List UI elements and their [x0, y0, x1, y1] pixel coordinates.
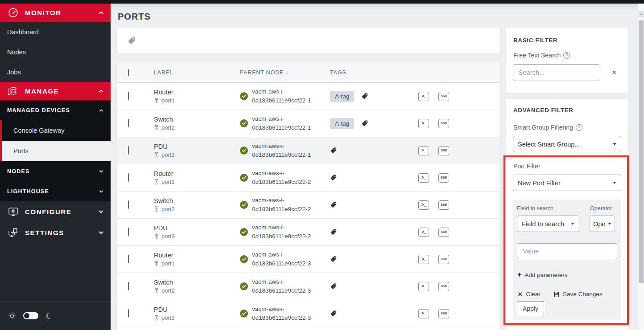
sidebar-item-console-gateway[interactable]: Console Gateway: [0, 120, 111, 141]
row-checkbox[interactable]: [128, 200, 129, 209]
tag-icon[interactable]: [330, 201, 337, 208]
parent-node-name[interactable]: vacm-aws-i-0d183b6111e9ccf22-3: [252, 277, 311, 295]
table-row[interactable]: PDU port3 vacm-aws-i-0d183b6111e9ccf22-3: [117, 300, 500, 327]
ssh-button[interactable]: SSH: [438, 119, 449, 128]
row-checkbox[interactable]: [128, 228, 129, 236]
ssh-button[interactable]: SSH: [438, 228, 449, 237]
parent-node-name[interactable]: vacm-aws-i-0d183b6111e9ccf22-1: [252, 142, 311, 159]
row-checkbox[interactable]: [128, 173, 129, 182]
sort-descending-icon: ↓: [285, 69, 289, 76]
port-name: port3: [161, 151, 175, 158]
table-row[interactable]: PDU port3 vacm-aws-i-0d183b6111e9ccf22-2: [117, 219, 500, 246]
web-terminal-button[interactable]: >_: [418, 173, 429, 183]
web-terminal-button[interactable]: >_: [418, 282, 429, 291]
scrollbar-thumb[interactable]: [639, 20, 644, 283]
select-all-checkbox[interactable]: [128, 69, 129, 76]
parent-node-name[interactable]: vacm-aws-i-0d183b6111e9ccf22-3: [252, 305, 311, 322]
sidebar-item-nodes[interactable]: Nodes: [0, 42, 111, 62]
ssh-button[interactable]: SSH: [438, 309, 449, 318]
sidebar-group-managed-devices[interactable]: MANAGED DEVICES: [0, 100, 111, 120]
tag-icon[interactable]: [330, 147, 337, 154]
sidebar-section-configure[interactable]: CONFIGURE: [0, 201, 111, 222]
tag-icon[interactable]: [330, 283, 337, 290]
row-checkbox[interactable]: [128, 92, 129, 100]
web-terminal-button[interactable]: >_: [418, 255, 429, 264]
table-row[interactable]: Router port1 vacm-aws-i-0d183b6111e9ccf2…: [117, 246, 500, 273]
column-header-tags[interactable]: TAGS: [330, 69, 418, 76]
theme-toggle[interactable]: [23, 312, 38, 319]
row-checkbox[interactable]: [128, 119, 129, 127]
tag-icon[interactable]: [330, 256, 337, 263]
search-input[interactable]: [513, 64, 600, 81]
web-terminal-button[interactable]: >_: [418, 146, 429, 155]
ssh-button[interactable]: SSH: [438, 200, 449, 210]
tag-chip[interactable]: A-tag: [330, 91, 354, 102]
help-icon[interactable]: ?: [563, 52, 570, 59]
table-row[interactable]: Switch port2 vacm-aws-i-0d183b6111e9ccf2…: [117, 191, 500, 219]
column-header-parent-node[interactable]: PARENT NODE ↓: [240, 69, 330, 76]
ssh-button[interactable]: SSH: [438, 255, 449, 264]
value-input[interactable]: [517, 243, 617, 259]
save-changes-button[interactable]: Save Changes: [553, 291, 603, 297]
sidebar-section-settings[interactable]: SETTINGS: [0, 222, 111, 243]
port-filter-select[interactable]: New Port Filter: [513, 175, 621, 191]
row-checkbox[interactable]: [128, 255, 129, 263]
sidebar-section-manage[interactable]: MANAGE: [0, 82, 111, 100]
clear-search-icon[interactable]: ×: [612, 68, 616, 77]
web-terminal-button[interactable]: >_: [418, 200, 429, 210]
sidebar-group-lighthouse[interactable]: LIGHTHOUSE: [0, 181, 111, 201]
table-row[interactable]: Router port1 vacm-aws-i-0d183b6111e9ccf2…: [117, 83, 500, 110]
web-terminal-button[interactable]: >_: [418, 228, 429, 237]
add-parameters-button[interactable]: + Add parameters: [517, 271, 567, 278]
vertical-scrollbar[interactable]: ▲: [638, 4, 644, 330]
row-checkbox[interactable]: [128, 309, 129, 318]
tag-icon[interactable]: [128, 37, 136, 45]
sidebar-item-jobs[interactable]: Jobs: [0, 62, 111, 82]
operator-select[interactable]: Opera: [590, 216, 615, 232]
parent-node-name[interactable]: vacm-aws-i-0d183b6111e9ccf22-3: [252, 250, 311, 268]
port-label: PDU: [154, 224, 240, 232]
parent-node-name[interactable]: vacm-aws-i-0d183b6111e9ccf22-1: [252, 87, 311, 105]
web-terminal-button[interactable]: >_: [418, 119, 429, 128]
ssh-button[interactable]: SSH: [438, 92, 449, 101]
tag-icon[interactable]: [361, 93, 368, 100]
row-checkbox[interactable]: [128, 282, 129, 290]
column-header-label[interactable]: LABEL: [154, 69, 240, 76]
sidebar-section-label: MONITOR: [25, 9, 92, 16]
tag-icon[interactable]: [330, 174, 337, 181]
table-row[interactable]: Router port1 vacm-aws-i-0d183b6111e9ccf2…: [117, 164, 500, 191]
web-terminal-button[interactable]: >_: [418, 92, 429, 101]
web-terminal-button[interactable]: >_: [418, 309, 429, 318]
field-to-search-select[interactable]: Field to search: [517, 216, 579, 232]
tag-icon[interactable]: [361, 120, 368, 127]
sidebar-item-dashboard[interactable]: Dashboard: [0, 22, 111, 42]
port-name: port2: [161, 206, 175, 212]
parent-node-name[interactable]: vacm-aws-i-0d183b6111e9ccf22-2: [252, 169, 311, 186]
row-checkbox[interactable]: [128, 146, 129, 155]
sidebar-group-nodes[interactable]: NODES: [0, 161, 111, 181]
chevron-down-icon: [99, 210, 103, 213]
table-row[interactable]: PDU port3 vacm-aws-i-0d183b6111e9ccf22-1: [117, 137, 500, 164]
tag-chip[interactable]: A-tag: [330, 118, 354, 129]
parent-node-name[interactable]: vacm-aws-i-0d183b6111e9ccf22-1: [252, 114, 311, 132]
ssh-button[interactable]: SSH: [438, 282, 449, 291]
node-status-ok-icon: [240, 147, 248, 155]
parent-node-name[interactable]: vacm-aws-i-0d183b6111e9ccf22-2: [252, 223, 311, 240]
sidebar-item-ports[interactable]: Ports: [0, 141, 111, 161]
help-icon[interactable]: ?: [576, 124, 582, 131]
tag-icon[interactable]: [330, 228, 337, 236]
ssh-button[interactable]: SSH: [438, 146, 449, 155]
serial-port-icon: [154, 152, 159, 158]
caret-down-icon: [571, 223, 574, 225]
app-window: MONITOR Dashboard Nodes Jobs MANAGE MANA…: [0, 0, 644, 330]
table-row[interactable]: Switch port2 vacm-aws-i-0d183b6111e9ccf2…: [117, 110, 500, 137]
scrollbar-up-arrow[interactable]: ▲: [638, 11, 644, 17]
sidebar-section-monitor[interactable]: MONITOR: [0, 4, 111, 22]
parent-node-name[interactable]: vacm-aws-i-0d183b6111e9ccf22-2: [252, 196, 311, 213]
smart-group-select[interactable]: Select Smart Group...: [513, 136, 621, 152]
table-row[interactable]: Switch port2 vacm-aws-i-0d183b6111e9ccf2…: [117, 273, 500, 300]
tag-icon[interactable]: [330, 310, 337, 317]
clear-button[interactable]: ✕ Clear: [517, 291, 541, 297]
ssh-button[interactable]: SSH: [438, 173, 449, 183]
apply-button[interactable]: Apply: [517, 301, 544, 316]
